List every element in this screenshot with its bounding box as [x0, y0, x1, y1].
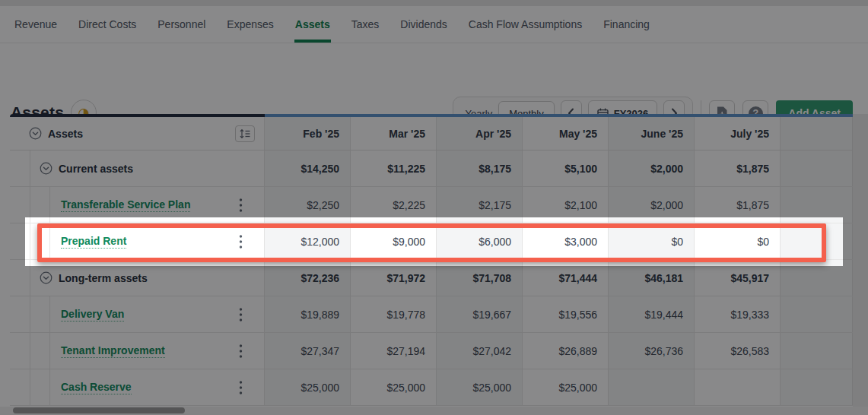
value-cell[interactable]: $0 — [609, 223, 695, 259]
row-label-cell: Delivery Van — [10, 296, 265, 332]
empty-cell — [781, 223, 853, 259]
asset-link[interactable]: Prepaid Rent — [61, 235, 126, 249]
table-row-delivery-van: Delivery Van$19,889$19,778$19,667$19,556… — [10, 296, 853, 333]
row-menu-kebab-icon[interactable] — [237, 306, 244, 323]
value-cell[interactable]: $19,444 — [609, 296, 695, 332]
row-label-cell: Tenant Improvement — [10, 333, 265, 369]
collapse-all-icon[interactable] — [29, 127, 42, 140]
asset-link[interactable]: Transferable Service Plan — [61, 198, 190, 212]
value-cell[interactable]: $19,556 — [523, 296, 609, 332]
value-cell[interactable] — [695, 369, 781, 405]
value-cell: $45,917 — [695, 260, 781, 296]
indent-guide — [10, 187, 30, 223]
column-header-june-25: June '25 — [609, 117, 695, 150]
empty-cell — [781, 260, 853, 296]
table-row-tenant-improvement: Tenant Improvement$27,347$27,194$27,042$… — [10, 333, 853, 369]
table-row-long-term-assets: Long-term assets$72,236$71,972$71,708$71… — [10, 260, 853, 296]
value-cell[interactable]: $25,000 — [437, 369, 523, 405]
app-screen: RevenueDirect CostsPersonnelExpensesAsse… — [0, 0, 868, 415]
collapse-section-icon[interactable] — [40, 271, 52, 284]
tab-dividends[interactable]: Dividends — [399, 6, 447, 43]
column-settings-button[interactable] — [235, 125, 255, 142]
indent-guide — [10, 223, 30, 259]
value-cell[interactable]: $25,000 — [523, 369, 609, 405]
indent-guide — [30, 333, 50, 369]
row-menu-kebab-icon[interactable] — [237, 196, 244, 214]
column-header-apr-25: Apr '25 — [437, 117, 523, 150]
asset-link[interactable]: Tenant Improvement — [61, 344, 165, 358]
indent-guide — [30, 296, 50, 332]
value-cell[interactable]: $2,100 — [523, 187, 609, 223]
nav-tabs: RevenueDirect CostsPersonnelExpensesAsse… — [14, 6, 670, 43]
value-cell[interactable]: $12,000 — [265, 223, 351, 259]
row-label-cell: Transferable Service Plan — [10, 187, 265, 223]
title-section: Assets ◑ YearlyMonthly FY2026 — [0, 43, 868, 114]
column-header-empty — [781, 117, 853, 150]
value-cell: $71,444 — [523, 260, 609, 296]
value-cell[interactable]: $9,000 — [351, 223, 437, 259]
tab-direct-costs[interactable]: Direct Costs — [78, 6, 137, 43]
value-cell[interactable]: $3,000 — [523, 223, 609, 259]
value-cell[interactable]: $19,333 — [695, 296, 781, 332]
value-cell: $2,000 — [609, 150, 695, 186]
value-cell[interactable]: $2,175 — [437, 187, 523, 223]
table-row-current-assets: Current assets$14,250$11,225$8,175$5,100… — [10, 150, 853, 187]
table-row-prepaid-rent: Prepaid Rent$12,000$9,000$6,000$3,000$0$… — [10, 223, 853, 260]
horizontal-scrollbar-track[interactable] — [0, 407, 868, 415]
tab-expenses[interactable]: Expenses — [226, 6, 274, 43]
value-cell[interactable]: $6,000 — [437, 223, 523, 259]
value-cell: $71,972 — [351, 260, 437, 296]
value-cell[interactable]: $26,889 — [523, 333, 609, 369]
value-cell[interactable]: $2,000 — [609, 187, 695, 223]
asset-link[interactable]: Delivery Van — [61, 308, 124, 322]
row-label-cell: Long-term assets — [10, 260, 265, 296]
value-cell: $5,100 — [523, 150, 609, 186]
value-cell: $8,175 — [437, 150, 523, 186]
value-cell[interactable]: $19,889 — [265, 296, 351, 332]
empty-cell — [781, 369, 853, 405]
value-cell[interactable]: $1,875 — [695, 187, 781, 223]
forecast-nav: RevenueDirect CostsPersonnelExpensesAsse… — [0, 6, 868, 43]
indent-guide — [30, 187, 50, 223]
row-menu-kebab-icon[interactable] — [237, 379, 244, 396]
indent-guide — [10, 296, 30, 332]
value-cell[interactable]: $19,667 — [437, 296, 523, 332]
tab-assets[interactable]: Assets — [294, 6, 331, 43]
value-cell[interactable]: $19,778 — [351, 296, 437, 332]
collapse-section-icon[interactable] — [40, 162, 52, 175]
value-cell[interactable] — [609, 369, 695, 405]
table-header-row: Assets Feb '25Mar '25Apr '25May '25June … — [10, 117, 853, 150]
section-name: Long-term assets — [59, 272, 148, 284]
value-cell: $71,708 — [437, 260, 523, 296]
value-cell[interactable]: $2,250 — [265, 187, 351, 223]
indent-guide — [10, 260, 30, 296]
column-header-feb-25: Feb '25 — [265, 117, 351, 150]
tab-revenue[interactable]: Revenue — [14, 6, 58, 43]
value-cell[interactable]: $25,000 — [351, 369, 437, 405]
tab-cash-flow-assumptions[interactable]: Cash Flow Assumptions — [468, 6, 583, 43]
value-cell[interactable]: $25,000 — [265, 369, 351, 405]
table-body: Current assets$14,250$11,225$8,175$5,100… — [10, 150, 853, 406]
assets-table: Assets Feb '25Mar '25Apr '25May '25June … — [10, 114, 853, 406]
row-menu-kebab-icon[interactable] — [237, 342, 244, 360]
value-cell: $46,181 — [609, 260, 695, 296]
indent-guide — [10, 369, 30, 405]
page-top-margin — [0, 0, 868, 6]
tab-personnel[interactable]: Personnel — [157, 6, 206, 43]
value-cell[interactable]: $26,736 — [609, 333, 695, 369]
tab-taxes[interactable]: Taxes — [351, 6, 380, 43]
value-cell[interactable]: $27,042 — [437, 333, 523, 369]
section-name: Current assets — [59, 163, 133, 175]
horizontal-scrollbar-thumb[interactable] — [13, 407, 185, 413]
value-cell[interactable]: $2,225 — [351, 187, 437, 223]
asset-link[interactable]: Cash Reserve — [61, 381, 132, 394]
tab-financing[interactable]: Financing — [603, 6, 650, 43]
value-cell[interactable]: $27,194 — [351, 333, 437, 369]
value-cell[interactable]: $26,583 — [695, 333, 781, 369]
value-cell[interactable]: $0 — [695, 223, 781, 259]
empty-cell — [781, 296, 853, 332]
value-cell[interactable]: $27,347 — [265, 333, 351, 369]
row-label-cell: Current assets — [10, 150, 265, 186]
indent-guide — [30, 369, 50, 405]
row-menu-kebab-icon[interactable] — [237, 233, 244, 250]
